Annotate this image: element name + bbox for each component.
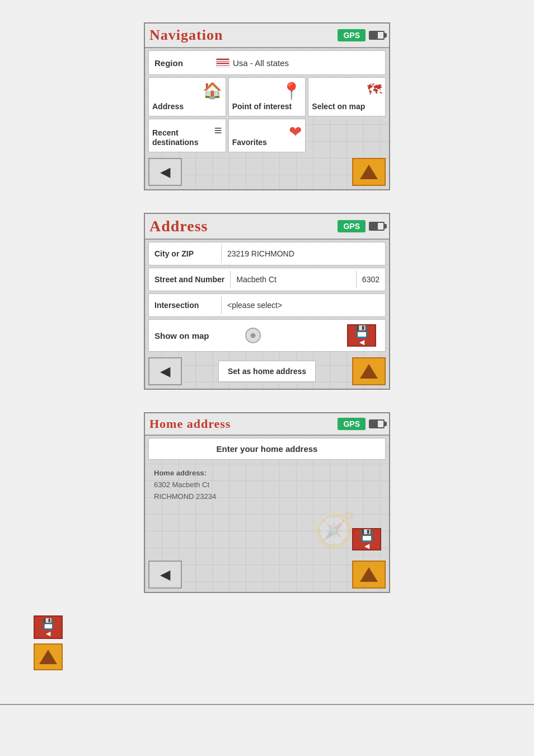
- compass-icon: ⊕: [245, 328, 261, 343]
- show-on-map-label: Show on map: [154, 331, 241, 340]
- standalone-save-icon: 💾: [42, 618, 54, 630]
- home-navigate-button[interactable]: [352, 561, 386, 589]
- home-header: Home address GPS: [145, 413, 389, 436]
- address-screen: Address GPS City or ZIP 23219 RICHMOND S…: [144, 213, 390, 390]
- nav-navigate-button[interactable]: [352, 158, 386, 186]
- recent-icon: ≡: [214, 123, 222, 138]
- favorites-icon: ❤: [289, 123, 302, 141]
- home-save-icon: 💾 ◀: [360, 529, 374, 550]
- page-divider: [0, 704, 534, 705]
- address-header: Address GPS: [145, 214, 389, 240]
- nav-button-grid2: ≡ Recent destinations ❤ Favorites: [148, 119, 386, 152]
- poi-label: Point of interest: [232, 102, 292, 111]
- navigate-triangle-icon: [360, 165, 378, 179]
- address-gps-badge: GPS: [338, 220, 366, 232]
- intersection-row[interactable]: Intersection <please select>: [148, 293, 386, 317]
- navigation-screen: Navigation GPS Region Usa - All states 🏠…: [144, 22, 390, 190]
- battery-fill: [370, 32, 378, 39]
- address-battery-icon: [369, 222, 385, 231]
- empty-slot: [308, 119, 386, 152]
- nav-title: Navigation: [149, 27, 338, 44]
- home-address-title: Home address:: [154, 468, 380, 479]
- nav-back-button[interactable]: ◀: [148, 158, 182, 186]
- poi-button[interactable]: 📍 Point of interest: [228, 77, 306, 116]
- home-address-screen: Home address GPS Enter your home address…: [144, 412, 390, 593]
- map-ghost-icon: 🧭: [313, 510, 355, 550]
- address-navigate-icon: [360, 364, 378, 379]
- address-icon: 🏠: [203, 81, 222, 100]
- address-battery-fill: [370, 223, 378, 230]
- address-navigate-button[interactable]: [352, 357, 386, 385]
- address-back-arrow-icon: ◀: [160, 363, 170, 379]
- select-map-button[interactable]: 🗺 Select on map: [308, 77, 386, 116]
- home-back-arrow-icon: ◀: [160, 567, 170, 582]
- home-address-line1: 6302 Macbeth Ct: [154, 479, 380, 491]
- address-title: Address: [149, 217, 338, 235]
- bottom-standalone-icons: 💾 ◀: [34, 615, 63, 670]
- home-spacer: 🧭 💾 ◀: [145, 510, 389, 555]
- us-flag-icon: [216, 58, 229, 67]
- poi-icon: 📍: [281, 81, 302, 101]
- home-enter-row: Enter your home address: [148, 438, 386, 460]
- standalone-save-arrow: ◀: [46, 630, 50, 637]
- city-zip-label: City or ZIP: [149, 245, 222, 263]
- street-number-row[interactable]: Street and Number Macbeth Ct 6302: [148, 268, 386, 291]
- favorites-button[interactable]: ❤ Favorites: [228, 119, 306, 152]
- address-save-button[interactable]: 💾 ◀: [347, 324, 376, 347]
- city-zip-row[interactable]: City or ZIP 23219 RICHMOND: [148, 242, 386, 265]
- nav-button-grid: 🏠 Address 📍 Point of interest 🗺 Select o…: [148, 77, 386, 116]
- nav-bottom-bar: ◀: [145, 155, 389, 189]
- home-bottom-bar: ◀: [145, 557, 389, 592]
- home-navigate-icon: [360, 567, 378, 582]
- intersection-label: Intersection: [149, 296, 222, 314]
- address-label: Address: [152, 102, 184, 111]
- battery-icon: [369, 31, 385, 40]
- gps-badge: GPS: [338, 29, 366, 41]
- select-map-label: Select on map: [312, 102, 365, 111]
- home-address-info: Home address: 6302 Macbeth Ct RICHMOND 2…: [148, 462, 386, 508]
- region-label: Region: [154, 58, 216, 68]
- standalone-nav-icon: [39, 650, 57, 664]
- select-map-icon: 🗺: [367, 81, 382, 99]
- home-back-button[interactable]: ◀: [148, 561, 182, 589]
- home-enter-label: Enter your home address: [154, 444, 380, 454]
- recent-button[interactable]: ≡ Recent destinations: [148, 119, 226, 152]
- standalone-nav-button[interactable]: [34, 643, 63, 670]
- city-zip-value: 23219 RICHMOND: [222, 245, 385, 263]
- home-battery-icon: [369, 419, 385, 428]
- region-value: Usa - All states: [233, 58, 380, 68]
- recent-label: Recent destinations: [152, 128, 222, 147]
- street-label: Street and Number: [149, 270, 231, 288]
- show-on-map-row[interactable]: Show on map ⊕ 💾 ◀: [148, 319, 386, 352]
- home-battery-fill: [370, 421, 378, 427]
- address-back-button[interactable]: ◀: [148, 357, 182, 385]
- nav-header: Navigation GPS: [145, 24, 389, 48]
- address-bottom-bar: ◀ Set as home address: [145, 354, 389, 389]
- home-gps-badge: GPS: [338, 418, 366, 430]
- street-value: Macbeth Ct: [231, 270, 356, 288]
- home-save-button[interactable]: 💾 ◀: [352, 528, 381, 550]
- standalone-save-button[interactable]: 💾 ◀: [34, 615, 63, 639]
- save-icon: 💾 ◀: [355, 325, 369, 346]
- back-arrow-icon: ◀: [160, 164, 170, 180]
- home-address-line2: RICHMOND 23234: [154, 491, 380, 503]
- address-button[interactable]: 🏠 Address: [148, 77, 226, 116]
- street-number: 6302: [356, 270, 385, 288]
- favorites-label: Favorites: [232, 138, 267, 147]
- set-home-button[interactable]: Set as home address: [218, 361, 316, 382]
- intersection-value: <please select>: [222, 296, 385, 314]
- home-title: Home address: [149, 417, 338, 431]
- region-row[interactable]: Region Usa - All states: [148, 50, 386, 75]
